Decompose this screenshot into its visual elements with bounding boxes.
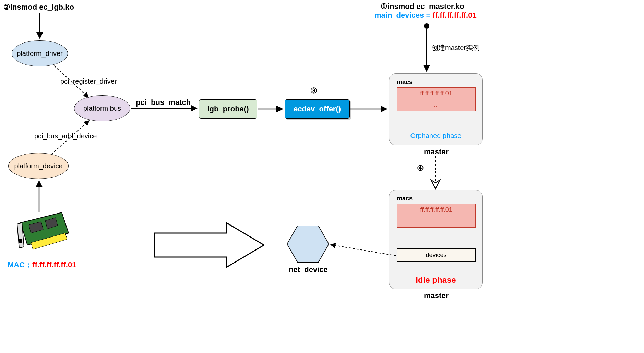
big-arrow-icon	[151, 219, 267, 264]
platform-driver-ellipse: platform_driver	[12, 40, 68, 66]
nic-card-icon	[14, 212, 72, 258]
platform-driver-text: platform_driver	[17, 50, 62, 58]
pci-bus-add-device-label: pci_bus_add_device	[34, 132, 97, 140]
net-device-label: net_device	[289, 265, 328, 274]
mac-label: MAC：ff.ff.ff.ff.ff.01	[8, 260, 76, 270]
pci-register-driver-label: pci_register_driver	[60, 77, 117, 85]
m2-macs-table: ff.ff.ff.ff.ff.01 ...	[397, 204, 476, 228]
m2-macs-row1: ff.ff.ff.ff.ff.01	[397, 204, 475, 216]
platform-device-ellipse: platform_device	[8, 153, 69, 179]
m2-caption: master	[424, 291, 449, 300]
m2-devices-box: devices	[397, 248, 476, 262]
mac-value: ff.ff.ff.ff.ff.01	[32, 260, 76, 269]
ecdev-offer-text: ecdev_offer()	[294, 105, 341, 113]
m1-caption: master	[424, 147, 449, 156]
master-box-idle: macs ff.ff.ff.ff.ff.01 ... devices Idle …	[389, 190, 483, 289]
step4-num: ④	[417, 164, 424, 173]
svg-point-14	[424, 23, 429, 29]
step3-num: ③	[310, 86, 317, 95]
svg-rect-5	[19, 239, 22, 243]
m2-macs-row2: ...	[397, 216, 475, 227]
create-master-label: 创建master实例	[431, 43, 480, 52]
master-box-orphaned: macs ff.ff.ff.ff.ff.01 ... Orphaned phas…	[389, 73, 483, 145]
igb-probe-box: igb_probe()	[199, 99, 257, 119]
svg-line-17	[331, 245, 396, 256]
svg-marker-6	[154, 223, 264, 267]
m1-macs-row2: ...	[397, 99, 475, 111]
arrow-overlay	[0, 0, 644, 353]
m1-macs-title: macs	[397, 78, 413, 86]
m1-macs-table: ff.ff.ff.ff.ff.01 ...	[397, 87, 476, 111]
step1-main-devices: main_devices =	[374, 11, 432, 20]
step1-line2: main_devices = ff.ff.ff.ff.ff.01	[374, 11, 477, 20]
pci-bus-match-label: pci_bus_match	[136, 98, 191, 107]
m1-macs-row1: ff.ff.ff.ff.ff.01	[397, 88, 475, 99]
step2-label: ②insmod ec_igb.ko	[3, 3, 74, 12]
igb-probe-text: igb_probe()	[207, 105, 249, 113]
m1-phase: Orphaned phase	[389, 132, 482, 140]
platform-device-text: platform_device	[14, 162, 62, 170]
step1-line1: ①insmod ec_master.ko	[381, 2, 464, 11]
m2-macs-title: macs	[397, 195, 413, 202]
net-device-hex	[287, 226, 329, 262]
mac-prefix: MAC：	[8, 260, 32, 269]
diagram-canvas: ②insmod ec_igb.ko platform_driver pci_re…	[0, 0, 644, 353]
platform-bus-ellipse: platform bus	[74, 95, 130, 121]
m2-phase: Idle phase	[389, 275, 482, 285]
platform-bus-text: platform bus	[83, 105, 121, 112]
step1-mac: ff.ff.ff.ff.ff.01	[432, 11, 476, 20]
ecdev-offer-box: ecdev_offer()	[285, 99, 350, 119]
